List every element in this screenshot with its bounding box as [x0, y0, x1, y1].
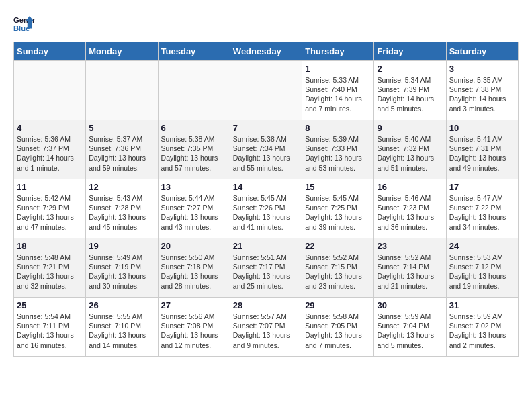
calendar-cell: 17Sunrise: 5:47 AM Sunset: 7:22 PM Dayli…	[446, 179, 518, 238]
day-info: Sunrise: 5:43 AM Sunset: 7:28 PM Dayligh…	[89, 193, 154, 232]
calendar-cell: 27Sunrise: 5:56 AM Sunset: 7:08 PM Dayli…	[158, 298, 230, 357]
calendar-cell	[14, 61, 86, 120]
day-info: Sunrise: 5:46 AM Sunset: 7:23 PM Dayligh…	[377, 193, 443, 232]
calendar-cell: 18Sunrise: 5:48 AM Sunset: 7:21 PM Dayli…	[14, 238, 86, 298]
calendar-cell: 2Sunrise: 5:34 AM Sunset: 7:39 PM Daylig…	[374, 61, 446, 120]
day-info: Sunrise: 5:52 AM Sunset: 7:15 PM Dayligh…	[305, 253, 371, 291]
day-info: Sunrise: 5:38 AM Sunset: 7:35 PM Dayligh…	[161, 134, 227, 173]
day-number: 18	[17, 241, 83, 251]
day-info: Sunrise: 5:35 AM Sunset: 7:38 PM Dayligh…	[449, 75, 515, 113]
calendar-cell: 20Sunrise: 5:50 AM Sunset: 7:18 PM Dayli…	[158, 238, 230, 298]
day-number: 10	[449, 123, 515, 133]
calendar-cell	[86, 61, 158, 120]
day-number: 8	[305, 123, 371, 133]
header: General Blue	[13, 13, 519, 35]
day-info: Sunrise: 5:59 AM Sunset: 7:04 PM Dayligh…	[377, 312, 443, 350]
calendar-week-row: 4Sunrise: 5:36 AM Sunset: 7:37 PM Daylig…	[14, 120, 519, 179]
calendar-cell: 13Sunrise: 5:44 AM Sunset: 7:27 PM Dayli…	[158, 179, 230, 238]
calendar-cell: 30Sunrise: 5:59 AM Sunset: 7:04 PM Dayli…	[374, 298, 446, 357]
day-number: 16	[377, 182, 443, 192]
day-number: 24	[449, 241, 515, 251]
day-header-tuesday: Tuesday	[158, 42, 230, 61]
calendar-cell: 12Sunrise: 5:43 AM Sunset: 7:28 PM Dayli…	[86, 179, 158, 238]
day-number: 28	[233, 300, 299, 310]
day-header-sunday: Sunday	[14, 42, 86, 61]
calendar-cell: 11Sunrise: 5:42 AM Sunset: 7:29 PM Dayli…	[14, 179, 86, 238]
calendar-cell: 26Sunrise: 5:55 AM Sunset: 7:10 PM Dayli…	[86, 298, 158, 357]
day-number: 1	[305, 64, 371, 74]
day-info: Sunrise: 5:34 AM Sunset: 7:39 PM Dayligh…	[377, 75, 443, 113]
day-number: 30	[377, 300, 443, 310]
day-number: 13	[161, 182, 227, 192]
page-container: General Blue SundayMondayTuesdayWednesda…	[13, 13, 519, 357]
day-number: 22	[305, 241, 371, 251]
day-number: 4	[17, 123, 83, 133]
day-header-saturday: Saturday	[446, 42, 518, 61]
day-info: Sunrise: 5:42 AM Sunset: 7:29 PM Dayligh…	[17, 193, 83, 232]
day-info: Sunrise: 5:41 AM Sunset: 7:31 PM Dayligh…	[449, 134, 515, 173]
day-info: Sunrise: 5:47 AM Sunset: 7:22 PM Dayligh…	[449, 193, 515, 232]
calendar-cell: 23Sunrise: 5:52 AM Sunset: 7:14 PM Dayli…	[374, 238, 446, 298]
calendar-cell: 19Sunrise: 5:49 AM Sunset: 7:19 PM Dayli…	[86, 238, 158, 298]
day-info: Sunrise: 5:48 AM Sunset: 7:21 PM Dayligh…	[17, 253, 83, 291]
day-info: Sunrise: 5:37 AM Sunset: 7:36 PM Dayligh…	[89, 134, 154, 173]
day-number: 23	[377, 241, 443, 251]
day-number: 25	[17, 300, 83, 310]
calendar-cell: 1Sunrise: 5:33 AM Sunset: 7:40 PM Daylig…	[302, 61, 374, 120]
day-info: Sunrise: 5:59 AM Sunset: 7:02 PM Dayligh…	[449, 312, 515, 350]
day-info: Sunrise: 5:33 AM Sunset: 7:40 PM Dayligh…	[305, 75, 371, 113]
day-number: 14	[233, 182, 299, 192]
calendar-cell: 22Sunrise: 5:52 AM Sunset: 7:15 PM Dayli…	[302, 238, 374, 298]
calendar-cell: 10Sunrise: 5:41 AM Sunset: 7:31 PM Dayli…	[446, 120, 518, 179]
day-info: Sunrise: 5:58 AM Sunset: 7:05 PM Dayligh…	[305, 312, 371, 350]
calendar-cell: 25Sunrise: 5:54 AM Sunset: 7:11 PM Dayli…	[14, 298, 86, 357]
day-number: 31	[449, 300, 515, 310]
svg-text:Blue: Blue	[13, 24, 30, 32]
day-number: 19	[89, 241, 154, 251]
day-info: Sunrise: 5:56 AM Sunset: 7:08 PM Dayligh…	[161, 312, 227, 350]
calendar-cell: 5Sunrise: 5:37 AM Sunset: 7:36 PM Daylig…	[86, 120, 158, 179]
calendar-cell: 16Sunrise: 5:46 AM Sunset: 7:23 PM Dayli…	[374, 179, 446, 238]
calendar-cell: 29Sunrise: 5:58 AM Sunset: 7:05 PM Dayli…	[302, 298, 374, 357]
day-number: 21	[233, 241, 299, 251]
day-info: Sunrise: 5:53 AM Sunset: 7:12 PM Dayligh…	[449, 253, 515, 291]
day-header-thursday: Thursday	[302, 42, 374, 61]
calendar-cell: 28Sunrise: 5:57 AM Sunset: 7:07 PM Dayli…	[230, 298, 302, 357]
calendar-week-row: 25Sunrise: 5:54 AM Sunset: 7:11 PM Dayli…	[14, 298, 519, 357]
day-number: 12	[89, 182, 154, 192]
day-number: 17	[449, 182, 515, 192]
day-number: 9	[377, 123, 443, 133]
day-header-friday: Friday	[374, 42, 446, 61]
calendar-cell: 6Sunrise: 5:38 AM Sunset: 7:35 PM Daylig…	[158, 120, 230, 179]
day-number: 5	[89, 123, 154, 133]
day-number: 6	[161, 123, 227, 133]
day-info: Sunrise: 5:40 AM Sunset: 7:32 PM Dayligh…	[377, 134, 443, 173]
day-number: 2	[377, 64, 443, 74]
day-number: 15	[305, 182, 371, 192]
day-info: Sunrise: 5:57 AM Sunset: 7:07 PM Dayligh…	[233, 312, 299, 350]
day-number: 20	[161, 241, 227, 251]
calendar: SundayMondayTuesdayWednesdayThursdayFrid…	[13, 42, 519, 357]
calendar-week-row: 11Sunrise: 5:42 AM Sunset: 7:29 PM Dayli…	[14, 179, 519, 238]
day-number: 26	[89, 300, 154, 310]
day-info: Sunrise: 5:55 AM Sunset: 7:10 PM Dayligh…	[89, 312, 154, 350]
day-info: Sunrise: 5:44 AM Sunset: 7:27 PM Dayligh…	[161, 193, 227, 232]
day-number: 7	[233, 123, 299, 133]
calendar-week-row: 1Sunrise: 5:33 AM Sunset: 7:40 PM Daylig…	[14, 61, 519, 120]
day-number: 3	[449, 64, 515, 74]
day-info: Sunrise: 5:45 AM Sunset: 7:25 PM Dayligh…	[305, 193, 371, 232]
calendar-header-row: SundayMondayTuesdayWednesdayThursdayFrid…	[14, 42, 519, 61]
day-info: Sunrise: 5:36 AM Sunset: 7:37 PM Dayligh…	[17, 134, 83, 173]
day-number: 29	[305, 300, 371, 310]
calendar-cell: 9Sunrise: 5:40 AM Sunset: 7:32 PM Daylig…	[374, 120, 446, 179]
day-info: Sunrise: 5:39 AM Sunset: 7:33 PM Dayligh…	[305, 134, 371, 173]
day-info: Sunrise: 5:52 AM Sunset: 7:14 PM Dayligh…	[377, 253, 443, 291]
day-number: 11	[17, 182, 83, 192]
logo-icon: General Blue	[13, 13, 35, 35]
calendar-cell: 14Sunrise: 5:45 AM Sunset: 7:26 PM Dayli…	[230, 179, 302, 238]
calendar-cell	[158, 61, 230, 120]
calendar-cell: 4Sunrise: 5:36 AM Sunset: 7:37 PM Daylig…	[14, 120, 86, 179]
calendar-cell: 8Sunrise: 5:39 AM Sunset: 7:33 PM Daylig…	[302, 120, 374, 179]
calendar-week-row: 18Sunrise: 5:48 AM Sunset: 7:21 PM Dayli…	[14, 238, 519, 298]
day-info: Sunrise: 5:49 AM Sunset: 7:19 PM Dayligh…	[89, 253, 154, 291]
